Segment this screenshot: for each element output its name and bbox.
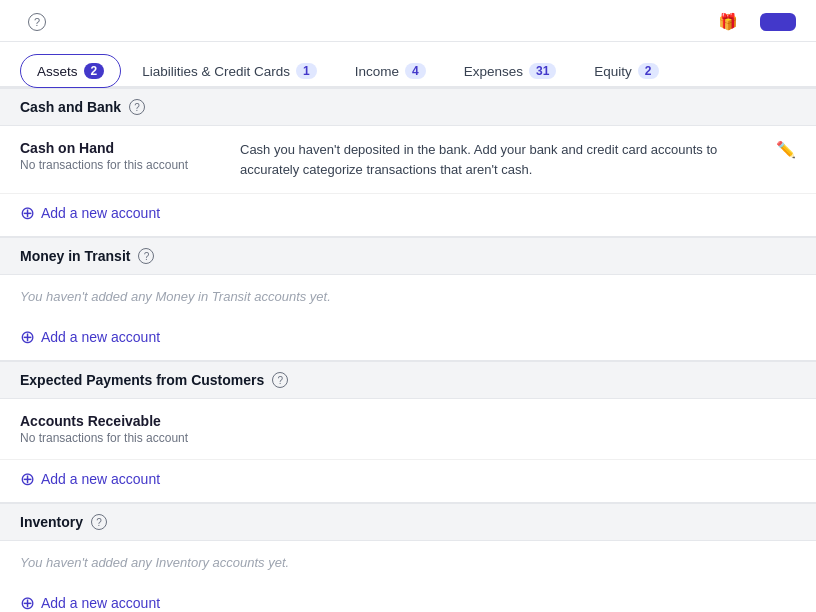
tab-label: Equity bbox=[594, 64, 632, 79]
section-header-expected-payments: Expected Payments from Customers ? bbox=[0, 361, 816, 399]
account-subtitle: No transactions for this account bbox=[20, 431, 220, 445]
add-new-account-link[interactable]: ⊕ Add a new account bbox=[20, 328, 160, 346]
section-help-icon[interactable]: ? bbox=[91, 514, 107, 530]
add-account-row: ⊕ Add a new account bbox=[0, 584, 816, 612]
page-header: ? 🎁 bbox=[0, 0, 816, 42]
tab-assets[interactable]: Assets2 bbox=[20, 54, 121, 88]
section-header-cash-and-bank: Cash and Bank ? bbox=[0, 88, 816, 126]
section-title: Money in Transit bbox=[20, 248, 130, 264]
section-help-icon[interactable]: ? bbox=[129, 99, 145, 115]
tab-label: Assets bbox=[37, 64, 78, 79]
account-subtitle: No transactions for this account bbox=[20, 158, 220, 172]
section-cash-and-bank: Cash and Bank ? Cash on Hand No transact… bbox=[0, 88, 816, 237]
tab-equity[interactable]: Equity2 bbox=[577, 54, 675, 88]
empty-message: You haven't added any Inventory accounts… bbox=[0, 541, 816, 584]
account-row: Cash on Hand No transactions for this ac… bbox=[0, 126, 816, 194]
section-help-icon[interactable]: ? bbox=[272, 372, 288, 388]
tab-income[interactable]: Income4 bbox=[338, 54, 443, 88]
whats-new-button[interactable]: 🎁 bbox=[718, 12, 744, 31]
add-account-row: ⊕ Add a new account bbox=[0, 460, 816, 502]
tab-badge: 4 bbox=[405, 63, 426, 79]
tab-expenses[interactable]: Expenses31 bbox=[447, 54, 574, 88]
account-name: Accounts Receivable bbox=[20, 413, 220, 429]
header-right: 🎁 bbox=[718, 12, 796, 31]
tab-badge: 2 bbox=[84, 63, 105, 79]
account-name: Cash on Hand bbox=[20, 140, 220, 156]
section-header-money-in-transit: Money in Transit ? bbox=[0, 237, 816, 275]
gift-icon: 🎁 bbox=[718, 12, 738, 31]
section-header-inventory: Inventory ? bbox=[0, 503, 816, 541]
title-help-icon[interactable]: ? bbox=[28, 13, 46, 31]
edit-icon[interactable]: ✏️ bbox=[776, 140, 796, 159]
add-account-label: Add a new account bbox=[41, 471, 160, 487]
add-new-account-link[interactable]: ⊕ Add a new account bbox=[20, 470, 160, 488]
add-account-label: Add a new account bbox=[41, 329, 160, 345]
add-circle-icon: ⊕ bbox=[20, 594, 35, 612]
section-inventory: Inventory ? You haven't added any Invent… bbox=[0, 503, 816, 612]
account-actions: ✏️ bbox=[756, 140, 796, 159]
add-new-account-link[interactable]: ⊕ Add a new account bbox=[20, 204, 160, 222]
account-info: Cash on Hand No transactions for this ac… bbox=[20, 140, 240, 172]
tab-label: Expenses bbox=[464, 64, 523, 79]
account-info: Accounts Receivable No transactions for … bbox=[20, 413, 240, 445]
header-left: ? bbox=[20, 13, 46, 31]
section-title: Inventory bbox=[20, 514, 83, 530]
add-account-label: Add a new account bbox=[41, 205, 160, 221]
add-account-label: Add a new account bbox=[41, 595, 160, 611]
section-title: Cash and Bank bbox=[20, 99, 121, 115]
tab-label: Income bbox=[355, 64, 399, 79]
tab-badge: 31 bbox=[529, 63, 556, 79]
section-money-in-transit: Money in Transit ? You haven't added any… bbox=[0, 237, 816, 361]
tabs-bar: Assets2Liabilities & Credit Cards1Income… bbox=[0, 42, 816, 88]
section-title: Expected Payments from Customers bbox=[20, 372, 264, 388]
add-circle-icon: ⊕ bbox=[20, 204, 35, 222]
add-circle-icon: ⊕ bbox=[20, 328, 35, 346]
add-new-account-button[interactable] bbox=[760, 13, 796, 31]
empty-message: You haven't added any Money in Transit a… bbox=[0, 275, 816, 318]
account-row: Accounts Receivable No transactions for … bbox=[0, 399, 816, 460]
section-help-icon[interactable]: ? bbox=[138, 248, 154, 264]
add-new-account-link[interactable]: ⊕ Add a new account bbox=[20, 594, 160, 612]
section-expected-payments: Expected Payments from Customers ? Accou… bbox=[0, 361, 816, 503]
tab-label: Liabilities & Credit Cards bbox=[142, 64, 290, 79]
add-account-row: ⊕ Add a new account bbox=[0, 194, 816, 236]
tab-badge: 1 bbox=[296, 63, 317, 79]
add-account-row: ⊕ Add a new account bbox=[0, 318, 816, 360]
tab-badge: 2 bbox=[638, 63, 659, 79]
add-circle-icon: ⊕ bbox=[20, 470, 35, 488]
account-description: Cash you haven't deposited in the bank. … bbox=[240, 140, 756, 179]
tab-liabilities[interactable]: Liabilities & Credit Cards1 bbox=[125, 54, 334, 88]
content-area: Cash and Bank ? Cash on Hand No transact… bbox=[0, 88, 816, 612]
